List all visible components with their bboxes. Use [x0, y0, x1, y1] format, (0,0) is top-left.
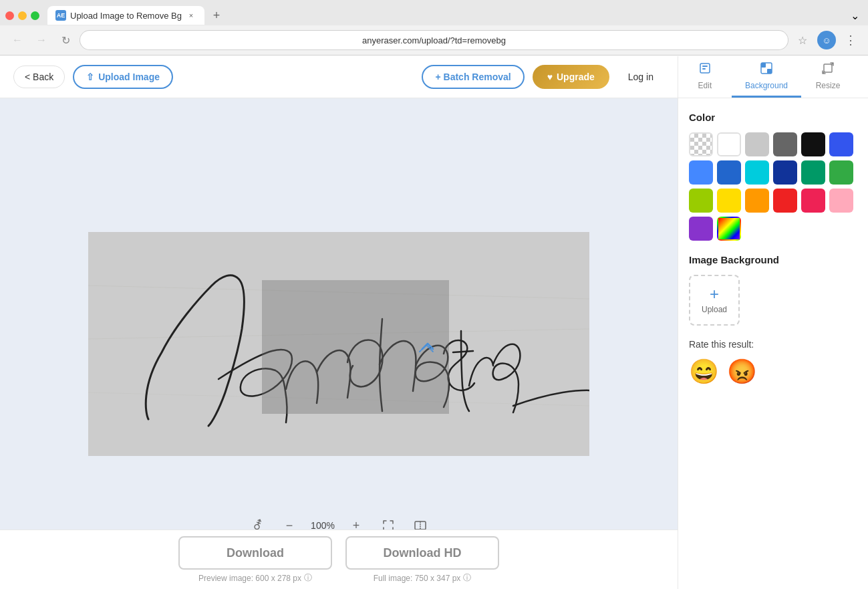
- svg-rect-6: [824, 64, 832, 72]
- tab-bar: AE Upload Image to Remove Bg × + ⌄: [0, 0, 868, 25]
- happy-rating-button[interactable]: 😄: [689, 358, 719, 386]
- color-green[interactable]: [829, 160, 853, 185]
- back-button[interactable]: < Back: [13, 66, 65, 88]
- address-bar: ← → ↻ anyeraser.com/upload/?td=removebg …: [0, 25, 868, 55]
- full-info-icon: ⓘ: [463, 572, 471, 584]
- browser-chrome: AE Upload Image to Remove Bg × + ⌄ ← → ↻…: [0, 0, 868, 55]
- upload-label: Upload Image: [98, 72, 160, 82]
- right-panel: Color: [678, 98, 868, 589]
- background-tab-label: Background: [745, 81, 788, 90]
- svg-rect-4: [761, 63, 766, 68]
- color-section-title: Color: [689, 112, 857, 123]
- svg-rect-1: [702, 66, 708, 67]
- color-rainbow[interactable]: [717, 217, 741, 241]
- traffic-lights: [5, 11, 39, 20]
- edit-icon: [698, 62, 712, 78]
- batch-removal-button[interactable]: + Batch Removal: [422, 65, 524, 89]
- maximize-window-button[interactable]: [31, 11, 39, 20]
- color-teal[interactable]: [801, 160, 825, 185]
- address-input[interactable]: anyeraser.com/upload/?td=removebg: [80, 31, 788, 49]
- svg-rect-5: [767, 69, 772, 74]
- angry-rating-button[interactable]: 😡: [727, 358, 757, 386]
- color-purple[interactable]: [689, 217, 713, 241]
- download-button[interactable]: Download: [178, 536, 332, 570]
- upload-image-button[interactable]: ⇧ Upload Image: [73, 65, 173, 89]
- bookmark-button[interactable]: ☆: [793, 31, 812, 49]
- color-transparent[interactable]: [689, 132, 713, 156]
- color-black[interactable]: [801, 132, 825, 156]
- color-blue-dark2[interactable]: [717, 160, 741, 185]
- color-orange[interactable]: [745, 189, 769, 213]
- upload-bg-label: Upload: [702, 305, 727, 314]
- menu-button[interactable]: ⋮: [841, 31, 860, 49]
- profile-button[interactable]: ☺: [817, 31, 836, 49]
- tab-edit[interactable]: Edit: [678, 56, 732, 98]
- upgrade-button[interactable]: ♥ Upgrade: [533, 65, 609, 89]
- plus-icon: +: [710, 286, 719, 302]
- panel-tabs: Edit Background Resize: [678, 56, 855, 98]
- tab-list-button[interactable]: ⌄: [847, 7, 863, 23]
- preview-info: Preview image: 600 x 278 px ⓘ: [198, 572, 312, 584]
- main-layout: ⚦ − 100% + Download Preview image:: [0, 98, 868, 589]
- edit-tab-label: Edit: [698, 81, 712, 90]
- color-pink[interactable]: [829, 189, 853, 213]
- color-blue-medium[interactable]: [689, 160, 713, 185]
- color-yellow[interactable]: [717, 189, 741, 213]
- download-hd-button[interactable]: Download HD: [345, 536, 499, 570]
- color-light-gray[interactable]: [745, 132, 769, 156]
- background-icon: [760, 62, 773, 78]
- login-button[interactable]: Log in: [617, 66, 664, 88]
- color-navy[interactable]: [773, 160, 797, 185]
- info-icon: ⓘ: [304, 572, 312, 584]
- rate-section: Rate this result: 😄 😡: [689, 339, 857, 386]
- loading-indicator: [416, 336, 437, 360]
- tab-title: Upload Image to Remove Bg: [70, 11, 182, 21]
- color-cyan[interactable]: [745, 160, 769, 185]
- heart-icon: ♥: [547, 72, 553, 82]
- svg-line-14: [420, 345, 426, 352]
- image-bg-title: Image Background: [689, 254, 857, 265]
- canvas-image[interactable]: [88, 232, 589, 456]
- upgrade-label: Upgrade: [557, 72, 595, 82]
- address-text: anyeraser.com/upload/?td=removebg: [88, 35, 780, 45]
- canvas-area: ⚦ − 100% + Download Preview image:: [0, 98, 678, 589]
- upload-background-button[interactable]: + Upload: [689, 275, 740, 326]
- color-grid: [689, 132, 857, 241]
- new-tab-button[interactable]: +: [207, 6, 226, 25]
- tab-resize[interactable]: Resize: [801, 56, 855, 98]
- app-header: < Back ⇧ Upload Image + Batch Removal ♥ …: [0, 55, 868, 98]
- minimize-window-button[interactable]: [18, 11, 27, 20]
- download-group: Download Preview image: 600 x 278 px ⓘ: [178, 536, 332, 584]
- svg-rect-2: [702, 68, 706, 70]
- color-yellow-green[interactable]: [689, 189, 713, 213]
- bottom-bar: Download Preview image: 600 x 278 px ⓘ D…: [0, 529, 678, 589]
- full-info: Full image: 750 x 347 px ⓘ: [374, 572, 472, 584]
- color-white[interactable]: [717, 132, 741, 156]
- forward-nav-button[interactable]: →: [32, 31, 51, 49]
- upload-icon: ⇧: [86, 72, 94, 82]
- tab-close-button[interactable]: ×: [186, 10, 196, 21]
- close-window-button[interactable]: [5, 11, 14, 20]
- color-blue-dark[interactable]: [829, 132, 853, 156]
- image-bg-section: Image Background + Upload: [689, 254, 857, 326]
- reload-button[interactable]: ↻: [56, 31, 75, 49]
- tab-background[interactable]: Background: [732, 56, 801, 98]
- tab-favicon: AE: [55, 10, 66, 21]
- rate-title: Rate this result:: [689, 339, 857, 350]
- resize-icon: [821, 62, 835, 78]
- back-nav-button[interactable]: ←: [8, 31, 27, 49]
- active-tab[interactable]: AE Upload Image to Remove Bg ×: [47, 6, 204, 25]
- color-red[interactable]: [773, 189, 797, 213]
- resize-tab-label: Resize: [816, 81, 841, 90]
- rate-emojis: 😄 😡: [689, 358, 857, 386]
- color-pink-red[interactable]: [801, 189, 825, 213]
- color-dark-gray[interactable]: [773, 132, 797, 156]
- download-hd-group: Download HD Full image: 750 x 347 px ⓘ: [345, 536, 499, 584]
